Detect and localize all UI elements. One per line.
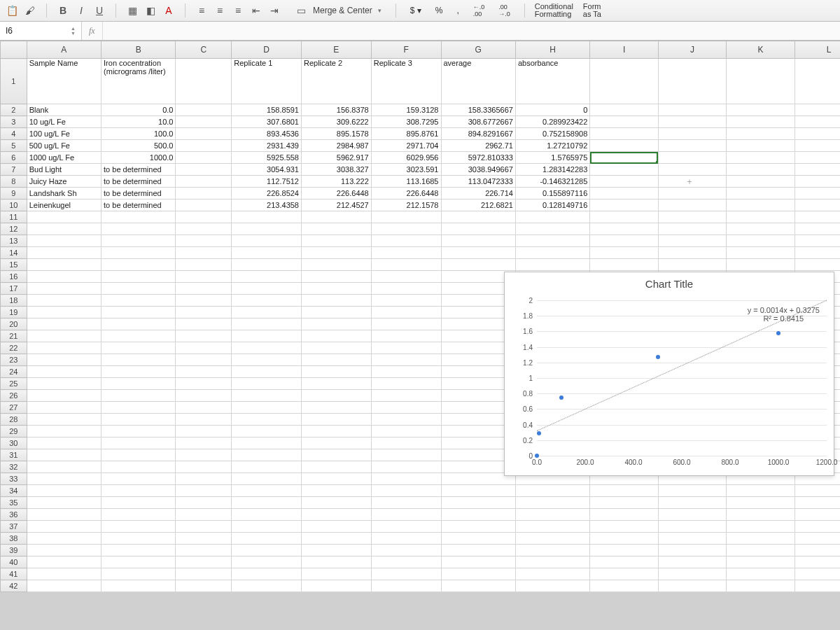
cell[interactable] [27,533,101,545]
cell[interactable]: 5962.917 [302,152,372,164]
cell[interactable] [371,318,441,330]
cell[interactable] [102,580,176,592]
cell[interactable] [371,461,441,473]
cell[interactable] [371,509,441,521]
cell[interactable] [590,176,659,188]
cell[interactable] [371,414,441,426]
cell[interactable] [658,568,727,580]
cell[interactable] [590,235,659,247]
cell[interactable] [232,330,302,342]
cell[interactable] [102,378,176,390]
cell[interactable]: 113.1685 [371,176,441,188]
row-header[interactable]: 19 [1,307,27,318]
cell[interactable] [102,342,176,354]
cell[interactable] [232,235,302,247]
row-header[interactable]: 2 [1,104,27,116]
cell[interactable] [794,128,840,140]
cell[interactable] [176,223,232,235]
cell[interactable] [590,104,659,116]
cell[interactable] [727,235,795,247]
cell[interactable]: 893.4536 [232,128,302,140]
cell[interactable]: 226.6448 [302,188,372,200]
cell[interactable]: -0.146321285 [515,176,589,188]
cell[interactable] [727,140,795,152]
cell[interactable] [590,509,659,521]
cell[interactable] [27,378,101,390]
cell[interactable] [371,247,441,259]
cell[interactable]: Blank [27,104,101,116]
cell[interactable]: Leinenkugel [27,200,101,211]
cell[interactable]: 500 ug/L Fe [27,140,101,152]
cell[interactable]: 112.7512 [232,176,302,188]
cell[interactable] [102,259,176,271]
cell[interactable] [515,211,589,223]
cell[interactable]: 3023.591 [371,164,441,176]
cell[interactable]: 308.7295 [371,116,441,128]
row-header[interactable]: 24 [1,366,27,378]
cell[interactable]: 113.222 [302,176,372,188]
row-header[interactable]: 25 [1,378,27,390]
cell[interactable] [302,545,372,556]
cell[interactable] [302,259,372,271]
cell[interactable] [176,545,232,556]
cell[interactable] [232,568,302,580]
cell[interactable] [302,283,372,295]
cell[interactable]: 212.1578 [371,200,441,211]
cell[interactable] [176,473,232,485]
cell[interactable] [176,104,232,116]
cell[interactable] [102,438,176,449]
cell[interactable]: 2971.704 [371,140,441,152]
cell[interactable]: 226.8524 [232,188,302,200]
cell[interactable] [27,211,101,223]
indent-inc-icon[interactable]: ⇥ [268,4,281,17]
cell[interactable] [515,580,589,592]
cell[interactable]: 158.3365667 [441,104,515,116]
cell[interactable] [302,568,372,580]
cell[interactable]: 309.6222 [302,116,372,128]
cell[interactable]: 1.27210792 [515,140,589,152]
cell[interactable]: 1000.0 [102,152,176,164]
decrease-decimal-button[interactable]: .00→.0 [494,2,514,19]
cell[interactable] [176,307,232,318]
row-header[interactable]: 6 [1,152,27,164]
cell[interactable] [441,545,515,556]
cell[interactable]: 308.6772667 [441,116,515,128]
cell[interactable]: 5925.558 [232,152,302,164]
cell[interactable] [176,247,232,259]
cell[interactable] [302,307,372,318]
cell[interactable] [371,580,441,592]
merge-center-button[interactable]: ▭ Merge & Center ▾ [290,3,386,18]
cell[interactable] [302,533,372,545]
col-header[interactable]: B [102,41,176,59]
cell[interactable]: 500.0 [102,140,176,152]
cell[interactable] [515,568,589,580]
cell[interactable] [727,485,795,497]
select-all-corner[interactable] [1,41,27,59]
cell[interactable]: 100.0 [102,128,176,140]
fill-color-icon[interactable]: ◧ [144,4,157,17]
cell[interactable] [302,330,372,342]
cell[interactable] [302,580,372,592]
cell[interactable]: 10 ug/L Fe [27,116,101,128]
cell[interactable] [590,568,659,580]
cell[interactable] [794,116,840,128]
cell[interactable] [727,59,795,104]
cell[interactable] [102,295,176,307]
cell[interactable] [232,414,302,426]
cell[interactable] [176,283,232,295]
cell[interactable] [102,485,176,497]
cell[interactable] [27,402,101,414]
cell[interactable] [302,295,372,307]
cell[interactable] [176,366,232,378]
cell[interactable] [371,473,441,485]
cell[interactable] [232,473,302,485]
cell[interactable] [727,211,795,223]
row-header[interactable]: 31 [1,449,27,461]
cell[interactable] [27,259,101,271]
cell[interactable] [176,318,232,330]
formula-input[interactable] [102,22,840,40]
cell[interactable] [515,235,589,247]
cell[interactable] [27,283,101,295]
align-right-icon[interactable]: ≡ [232,4,244,17]
cell[interactable] [727,104,795,116]
